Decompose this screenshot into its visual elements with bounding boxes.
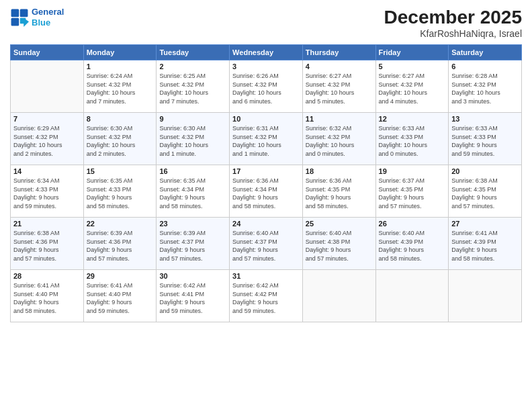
calendar-day-cell: 5Sunrise: 6:27 AM Sunset: 4:32 PM Daylig… [375, 60, 449, 113]
calendar-day-cell: 13Sunrise: 6:33 AM Sunset: 4:33 PM Dayli… [449, 113, 522, 165]
svg-rect-4 [20, 17, 26, 24]
day-number: 2 [159, 62, 226, 71]
calendar-week-row: 7Sunrise: 6:29 AM Sunset: 4:32 PM Daylig… [11, 113, 522, 165]
day-info: Sunrise: 6:39 AM Sunset: 4:37 PM Dayligh… [159, 229, 226, 263]
calendar-day-cell: 15Sunrise: 6:35 AM Sunset: 4:33 PM Dayli… [83, 165, 157, 218]
day-number: 10 [232, 115, 300, 123]
header-monday: Monday [83, 45, 157, 60]
day-number: 3 [232, 62, 300, 71]
day-number: 22 [87, 220, 154, 228]
day-info: Sunrise: 6:41 AM Sunset: 4:40 PM Dayligh… [87, 281, 154, 315]
calendar-day-cell: 17Sunrise: 6:36 AM Sunset: 4:34 PM Dayli… [230, 165, 303, 218]
logo-text: General Blue [32, 7, 64, 28]
day-number: 7 [13, 115, 81, 123]
day-info: Sunrise: 6:30 AM Sunset: 4:32 PM Dayligh… [87, 124, 154, 158]
location: KfarRoshHaNiqra, Israel [384, 28, 522, 39]
calendar-container: General Blue December 2025 KfarRoshHaNiq… [0, 0, 532, 411]
calendar-day-cell: 22Sunrise: 6:39 AM Sunset: 4:36 PM Dayli… [83, 218, 157, 270]
day-info: Sunrise: 6:32 AM Sunset: 4:32 PM Dayligh… [306, 124, 373, 158]
header-thursday: Thursday [302, 45, 375, 60]
svg-rect-2 [11, 17, 19, 26]
calendar-day-cell: 8Sunrise: 6:30 AM Sunset: 4:32 PM Daylig… [83, 113, 157, 165]
day-info: Sunrise: 6:35 AM Sunset: 4:33 PM Dayligh… [87, 177, 154, 210]
day-info: Sunrise: 6:40 AM Sunset: 4:37 PM Dayligh… [232, 229, 300, 263]
calendar-day-cell [449, 270, 522, 322]
calendar-day-cell [302, 270, 375, 322]
day-info: Sunrise: 6:24 AM Sunset: 4:32 PM Dayligh… [87, 72, 154, 105]
day-info: Sunrise: 6:39 AM Sunset: 4:36 PM Dayligh… [87, 229, 154, 263]
day-info: Sunrise: 6:38 AM Sunset: 4:35 PM Dayligh… [451, 177, 519, 210]
header-wednesday: Wednesday [230, 45, 303, 60]
calendar-day-cell: 9Sunrise: 6:30 AM Sunset: 4:32 PM Daylig… [157, 113, 230, 165]
day-number: 12 [379, 115, 446, 123]
day-number: 31 [232, 272, 300, 280]
svg-rect-1 [20, 9, 28, 17]
calendar-week-row: 21Sunrise: 6:38 AM Sunset: 4:36 PM Dayli… [11, 218, 522, 270]
calendar-day-cell: 1Sunrise: 6:24 AM Sunset: 4:32 PM Daylig… [83, 60, 157, 113]
day-number: 20 [451, 167, 519, 175]
header-saturday: Saturday [449, 45, 522, 60]
day-number: 4 [306, 62, 373, 71]
calendar-day-cell [375, 270, 449, 322]
day-info: Sunrise: 6:31 AM Sunset: 4:32 PM Dayligh… [232, 124, 300, 158]
day-info: Sunrise: 6:42 AM Sunset: 4:41 PM Dayligh… [159, 281, 226, 315]
calendar-day-cell: 11Sunrise: 6:32 AM Sunset: 4:32 PM Dayli… [302, 113, 375, 165]
day-info: Sunrise: 6:34 AM Sunset: 4:33 PM Dayligh… [13, 177, 81, 210]
calendar-day-cell: 23Sunrise: 6:39 AM Sunset: 4:37 PM Dayli… [157, 218, 230, 270]
header-friday: Friday [375, 45, 449, 60]
title-block: December 2025 KfarRoshHaNiqra, Israel [384, 7, 522, 39]
calendar-day-cell: 24Sunrise: 6:40 AM Sunset: 4:37 PM Dayli… [230, 218, 303, 270]
header: General Blue December 2025 KfarRoshHaNiq… [10, 7, 522, 39]
calendar-day-cell: 3Sunrise: 6:26 AM Sunset: 4:32 PM Daylig… [230, 60, 303, 113]
calendar-day-cell: 31Sunrise: 6:42 AM Sunset: 4:42 PM Dayli… [230, 270, 303, 322]
calendar-week-row: 28Sunrise: 6:41 AM Sunset: 4:40 PM Dayli… [11, 270, 522, 322]
header-sunday: Sunday [11, 45, 84, 60]
day-number: 24 [232, 220, 300, 228]
day-number: 1 [87, 62, 154, 71]
day-info: Sunrise: 6:25 AM Sunset: 4:32 PM Dayligh… [159, 72, 226, 105]
calendar-day-cell: 25Sunrise: 6:40 AM Sunset: 4:38 PM Dayli… [302, 218, 375, 270]
day-number: 11 [306, 115, 373, 123]
day-number: 26 [379, 220, 446, 228]
calendar-day-cell: 10Sunrise: 6:31 AM Sunset: 4:32 PM Dayli… [230, 113, 303, 165]
day-number: 29 [87, 272, 154, 280]
day-number: 28 [13, 272, 81, 280]
day-number: 21 [13, 220, 81, 228]
svg-rect-0 [11, 9, 19, 17]
logo: General Blue [10, 7, 64, 28]
day-info: Sunrise: 6:40 AM Sunset: 4:38 PM Dayligh… [306, 229, 373, 263]
day-number: 23 [159, 220, 226, 228]
day-number: 30 [159, 272, 226, 280]
calendar-day-cell: 26Sunrise: 6:40 AM Sunset: 4:39 PM Dayli… [375, 218, 449, 270]
calendar-day-cell: 2Sunrise: 6:25 AM Sunset: 4:32 PM Daylig… [157, 60, 230, 113]
day-info: Sunrise: 6:36 AM Sunset: 4:34 PM Dayligh… [232, 177, 300, 210]
calendar-day-cell: 19Sunrise: 6:37 AM Sunset: 4:35 PM Dayli… [375, 165, 449, 218]
calendar-day-cell: 18Sunrise: 6:36 AM Sunset: 4:35 PM Dayli… [302, 165, 375, 218]
day-number: 17 [232, 167, 300, 175]
calendar-day-cell: 30Sunrise: 6:42 AM Sunset: 4:41 PM Dayli… [157, 270, 230, 322]
day-info: Sunrise: 6:41 AM Sunset: 4:40 PM Dayligh… [13, 281, 81, 315]
day-number: 9 [159, 115, 226, 123]
calendar-day-cell: 12Sunrise: 6:33 AM Sunset: 4:33 PM Dayli… [375, 113, 449, 165]
day-info: Sunrise: 6:42 AM Sunset: 4:42 PM Dayligh… [232, 281, 300, 315]
calendar-day-cell: 16Sunrise: 6:35 AM Sunset: 4:34 PM Dayli… [157, 165, 230, 218]
day-info: Sunrise: 6:41 AM Sunset: 4:39 PM Dayligh… [451, 229, 519, 263]
day-info: Sunrise: 6:28 AM Sunset: 4:32 PM Dayligh… [451, 72, 519, 105]
day-info: Sunrise: 6:30 AM Sunset: 4:32 PM Dayligh… [159, 124, 226, 158]
day-info: Sunrise: 6:33 AM Sunset: 4:33 PM Dayligh… [379, 124, 446, 158]
day-number: 8 [87, 115, 154, 123]
day-number: 6 [451, 62, 519, 71]
day-number: 27 [451, 220, 519, 228]
day-info: Sunrise: 6:27 AM Sunset: 4:32 PM Dayligh… [379, 72, 446, 105]
day-info: Sunrise: 6:27 AM Sunset: 4:32 PM Dayligh… [306, 72, 373, 105]
calendar-day-cell: 7Sunrise: 6:29 AM Sunset: 4:32 PM Daylig… [11, 113, 84, 165]
calendar-week-row: 14Sunrise: 6:34 AM Sunset: 4:33 PM Dayli… [11, 165, 522, 218]
day-info: Sunrise: 6:40 AM Sunset: 4:39 PM Dayligh… [379, 229, 446, 263]
weekday-header-row: Sunday Monday Tuesday Wednesday Thursday… [11, 45, 522, 60]
day-info: Sunrise: 6:26 AM Sunset: 4:32 PM Dayligh… [232, 72, 300, 105]
header-tuesday: Tuesday [157, 45, 230, 60]
calendar-day-cell: 4Sunrise: 6:27 AM Sunset: 4:32 PM Daylig… [302, 60, 375, 113]
calendar-day-cell: 6Sunrise: 6:28 AM Sunset: 4:32 PM Daylig… [449, 60, 522, 113]
month-title: December 2025 [384, 7, 522, 28]
calendar-day-cell: 28Sunrise: 6:41 AM Sunset: 4:40 PM Dayli… [11, 270, 84, 322]
